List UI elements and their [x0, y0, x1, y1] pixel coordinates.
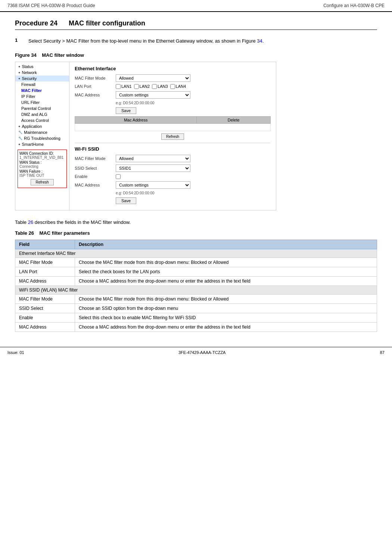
params-row-eth-lanport: LAN Port Select the check boxes for the …: [15, 267, 377, 276]
sidebar-label-security: Security: [22, 76, 37, 81]
eth-mac-hint: e.g: D0:54:2D:00:00:00: [116, 101, 271, 105]
sidebar-item-firewall[interactable]: Firewall: [15, 81, 69, 87]
procedure-heading: Procedure 24 MAC filter configuration: [15, 19, 377, 30]
sidebar-item-network[interactable]: ● Network: [15, 70, 69, 76]
eth-save-button[interactable]: Save: [116, 107, 136, 114]
lan2-checkbox[interactable]: [134, 84, 139, 89]
eth-mac-addr-label: MAC Address: [75, 93, 116, 97]
figure-link[interactable]: 34: [257, 38, 262, 44]
params-row-wifi-ssid: SSID Select Choose an SSID option from t…: [15, 304, 377, 313]
table-refresh-row: Refresh: [75, 133, 271, 140]
wifi-save-button[interactable]: Save: [116, 197, 136, 204]
lan3-checkbox[interactable]: [152, 84, 157, 89]
procedure-step: 1 Select Security > MAC Filter from the …: [15, 37, 377, 45]
wifi-mac-filter-wrap: Allowed: [116, 155, 271, 162]
eth-mac-filter-wrap: Allowed: [116, 74, 271, 82]
sidebar-item-status[interactable]: ● Status: [15, 64, 69, 70]
table-refresh-button[interactable]: Refresh: [161, 133, 184, 140]
sidebar-item-security[interactable]: ● Security: [15, 76, 69, 81]
section-divider: [75, 143, 271, 143]
sidebar-label-status: Status: [22, 64, 33, 69]
figure-container: Figure 34 MAC filter window ● Status ● N…: [15, 52, 377, 210]
rg-icon: 🔧: [18, 136, 22, 140]
sidebar-item-maintenance[interactable]: 🔧 Maintenance: [15, 129, 69, 135]
sidebar-label-rg: RG Troubleshooting: [24, 136, 60, 141]
table-link[interactable]: 26: [28, 219, 33, 225]
sidebar-label-network: Network: [22, 70, 37, 75]
params-row-wifi-enable: Enable Select this check box to enable M…: [15, 313, 377, 322]
ethernet-section-title: Ethernet Interface: [75, 66, 271, 71]
eth-mac-filter-select[interactable]: Allowed: [116, 74, 190, 82]
wifi-mac-addr-row: MAC Address Custom settings: [75, 181, 271, 189]
wifi-ssid-select-label: SSID Select: [75, 166, 116, 170]
params-section-wifi-label: WiFi SSID (WLAN) MAC filter: [15, 286, 377, 294]
sidebar-item-parentalcontrol[interactable]: Parental Control: [15, 105, 69, 111]
status-icon: ●: [18, 65, 20, 68]
wan-connection-value: 1_INTERNET_R_VID_881: [19, 155, 63, 160]
lan4-checkbox[interactable]: [170, 84, 175, 89]
eth-mac-addr-select[interactable]: Custom settings: [116, 91, 190, 99]
params-col-desc: Description: [75, 240, 377, 249]
wifi-enable-checkbox[interactable]: [116, 174, 121, 179]
eth-lan-checkbox-group: LAN1 LAN2 LAN3 LAN4: [116, 84, 271, 89]
footer-center: 3FE-47429-AAAA-TCZZA: [178, 350, 226, 355]
security-icon: ●: [18, 77, 20, 80]
wifi-enable-wrap: [116, 174, 271, 179]
eth-mac-filter-row: MAC Filter Mode Allowed: [75, 74, 271, 82]
eth-mac-addr-row: MAC Address Custom settings: [75, 91, 271, 99]
sidebar-item-application[interactable]: ● Application: [15, 123, 69, 129]
page-header: 7368 ISAM CPE HA-030W-B Product Guide Co…: [0, 0, 392, 12]
wifi-section-title: Wi-Fi SSID: [75, 146, 271, 152]
wifi-ssid-select[interactable]: SSID1: [116, 164, 190, 172]
wifi-mac-addr-wrap: Custom settings: [116, 181, 271, 189]
sidebar-item-rgtroubleshooting[interactable]: 🔧 RG Troubleshooting: [15, 135, 69, 141]
lan2-label: LAN2: [134, 84, 150, 89]
wifi-enable-row: Enable: [75, 174, 271, 179]
mac-table-empty-row: [75, 123, 271, 131]
wifi-ssid-select-wrap: SSID1: [116, 164, 271, 172]
params-row-eth-macfilter: MAC Filter Mode Choose the MAC filter mo…: [15, 258, 377, 267]
params-section-ethernet: Ethernet Interface MAC filter: [15, 249, 377, 258]
wifi-mac-filter-select[interactable]: Allowed: [116, 155, 190, 162]
eth-mac-addr-wrap: Custom settings: [116, 91, 271, 99]
sidebar-refresh-button[interactable]: Refresh: [31, 179, 53, 185]
sidebar-item-ipfilter[interactable]: IP Filter: [15, 93, 69, 99]
params-eth-lanport-field: LAN Port: [15, 267, 75, 276]
params-section-wifi: WiFi SSID (WLAN) MAC filter: [15, 286, 377, 294]
params-eth-macfilter-field: MAC Filter Mode: [15, 258, 75, 267]
sidebar-item-dmzalg[interactable]: DMZ and ALG: [15, 111, 69, 117]
sidebar-item-macfilter[interactable]: MAC Filter: [15, 87, 69, 93]
footer-right: 87: [380, 350, 385, 355]
params-eth-macaddr-desc: Choose a MAC address from the drop-down …: [75, 276, 377, 286]
wifi-mac-hint: e.g: D0:54:2D:00:00:00: [116, 191, 271, 195]
params-row-wifi-macfilter: MAC Filter Mode Choose the MAC filter mo…: [15, 294, 377, 304]
header-left: 7368 ISAM CPE HA-030W-B Product Guide: [7, 3, 95, 8]
table-intro: Table 26 describes the fields in the MAC…: [15, 219, 377, 225]
wifi-mac-addr-label: MAC Address: [75, 183, 116, 187]
wan-connection-label: WAN Connection ID:: [19, 151, 54, 155]
wifi-enable-label: Enable: [75, 174, 116, 179]
wifi-mac-addr-select[interactable]: Custom settings: [116, 181, 190, 189]
sidebar-item-accesscontrol[interactable]: Access Control: [15, 117, 69, 123]
sidebar-item-smarthome[interactable]: ● SmartHome: [15, 141, 69, 147]
eth-lan-port-label: LAN Port: [75, 84, 116, 89]
step-text: Select Security > MAC Filter from the to…: [28, 37, 377, 45]
wan-info-box: WAN Connection ID: 1_INTERNET_R_VID_881 …: [18, 150, 67, 188]
eth-mac-filter-label: MAC Filter Mode: [75, 76, 116, 80]
figure-label: Figure 34 MAC filter window: [15, 52, 377, 58]
sidebar-label-maintenance: Maintenance: [24, 130, 47, 135]
lan1-checkbox[interactable]: [116, 84, 121, 89]
params-wifi-macaddr-field: MAC Address: [15, 322, 75, 332]
lan4-label: LAN4: [170, 84, 186, 89]
params-wifi-macaddr-desc: Choose a MAC address from the drop-down …: [75, 322, 377, 332]
page-footer: Issue: 01 3FE-47429-AAAA-TCZZA 87: [0, 347, 392, 358]
sidebar-item-urlfilter[interactable]: URL Filter: [15, 99, 69, 105]
procedure-number: Procedure 24: [15, 19, 57, 27]
params-row-eth-macaddr: MAC Address Choose a MAC address from th…: [15, 276, 377, 286]
eth-lan-port-row: LAN Port LAN1 LAN2 LAN3 LAN4: [75, 84, 271, 89]
wan-status-row: WAN Status : Connecting: [19, 160, 65, 169]
mac-address-table: Mac Address Delete: [75, 116, 271, 131]
wan-failure-value: ISP TIME OUT: [19, 173, 44, 178]
params-table: Field Description Ethernet Interface MAC…: [15, 240, 377, 332]
wan-failure-row: WAN Failure : ISP TIME OUT: [19, 169, 65, 178]
